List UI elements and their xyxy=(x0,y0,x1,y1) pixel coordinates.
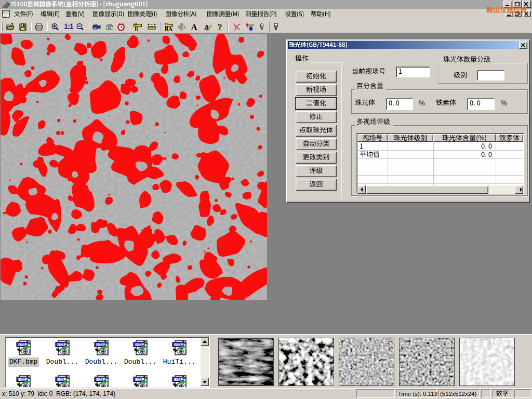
svg-text:3: 3 xyxy=(252,23,254,26)
svg-text:A: A xyxy=(191,22,198,32)
svg-text:1: 1 xyxy=(247,25,249,28)
svg-text:?: ? xyxy=(218,22,222,32)
svg-text:A: A xyxy=(168,25,173,33)
